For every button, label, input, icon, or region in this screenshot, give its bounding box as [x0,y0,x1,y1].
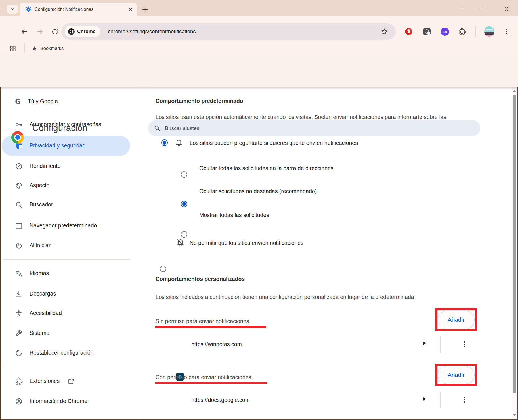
bookmarks-item[interactable]: ★ Bookmarks [32,43,64,53]
scrollbar-down-arrow[interactable] [513,414,516,416]
google-g-icon: G [15,97,21,106]
extensions-menu-button[interactable] [459,28,466,35]
bell-off-icon [176,239,185,247]
sidebar-item-restablecer[interactable]: Restablecer configuración [0,343,133,363]
url-text[interactable]: chrome://settings/content/notifications [108,23,196,40]
palette-icon [15,182,23,189]
browser-menu-button[interactable] [502,27,511,36]
close-button[interactable] [501,3,512,14]
option-label-block[interactable]: No permitir que los sitios envíen notifi… [190,239,303,247]
section-title-custom: Comportamientos personalizados [156,276,245,282]
sidebar-item-buscador[interactable]: Buscador [0,195,133,215]
site-chip-label: Chrome [77,29,95,34]
kebab-dot [506,29,507,30]
bookmarks-star-icon: ★ [32,45,37,51]
back-icon [20,28,28,35]
radio-show-all-requests[interactable] [181,231,187,238]
bookmark-star-button[interactable] [381,28,388,35]
extension-en-button[interactable]: EN [441,28,449,36]
kebab-dot [464,401,465,403]
chevron-down-icon [10,7,15,12]
settings-search[interactable] [148,120,480,136]
tab-close-icon[interactable] [128,7,133,12]
sub-option-label-show-all[interactable]: Mostrar todas las solicitudes [199,211,269,219]
kebab-dot [464,397,465,398]
sidebar-item-label: Restablecer configuración [30,350,93,356]
sidebar-item-label: Buscador [30,201,53,208]
sidebar-item-informacion-chrome[interactable]: Información de Chrome [0,391,133,411]
plus-icon [142,7,148,13]
extension-adblock-button[interactable] [405,28,413,35]
sidebar-item-al-iniciar[interactable]: Al iniciar [0,236,133,256]
sidebar-item-navegador[interactable]: Navegador predeterminado [0,216,133,236]
sidebar-item-label: Extensiones [30,378,60,385]
extension-page-corner [427,32,430,35]
sidebar-item-label: Tú y Google [28,98,58,105]
sidebar-item-extensiones[interactable]: Extensiones [0,371,133,391]
tab-search-button[interactable] [7,5,18,14]
sidebar-item-idiomas[interactable]: Idiomas [0,264,133,283]
minimize-icon [459,9,464,9]
kebab-dot [464,399,465,401]
add-blocked-site-button[interactable]: Añadir [438,311,475,329]
sidebar-item-sistema[interactable]: Sistema [0,323,133,343]
option-label-ask[interactable]: Los sitios pueden preguntarte si quieres… [190,139,358,147]
en-badge-label: EN [443,30,447,34]
sub-option-label-hide-all[interactable]: Ocultar todas las solicitudes en la barr… [199,164,334,172]
kebab-dot [464,344,465,345]
address-bar[interactable]: Chrome chrome://settings/content/notific… [61,23,396,40]
profile-avatar[interactable] [484,26,494,37]
sidebar-divider [3,366,130,366]
radio-hide-unwanted-requests[interactable] [181,201,187,207]
site-row-expand-arrow[interactable] [423,397,426,401]
sidebar-item-rendimiento[interactable]: Rendimiento [0,156,133,176]
content-card-left-edge [145,87,145,419]
sidebar-item-label: Navegador predeterminado [30,222,97,229]
tab-configuracion-notificaciones[interactable]: Configuración: Notificaciones [20,3,137,16]
sidebar-item-aspecto[interactable]: Aspecto [0,175,133,195]
puzzle-icon [15,377,23,385]
forward-button[interactable] [36,28,44,35]
reset-icon [15,349,23,357]
chrome-mono-logo-icon [68,28,75,35]
sidebar-item-label: Aspecto [30,182,49,189]
search-icon [15,201,23,209]
radio-hide-all-requests[interactable] [181,171,187,178]
page-title: Configuración [32,112,87,144]
sidebar-item-label: Accesibilidad [30,310,62,317]
translate-icon [15,270,23,277]
annotation-underline-blocked [155,326,266,328]
site-row-divider [440,392,441,408]
sidebar-item-tu-y-google[interactable]: G Tú y Google [0,91,133,111]
sidebar-item-descargas[interactable]: Descargas [0,284,133,304]
settings-header: Configuración [0,56,518,87]
kebab-dot [464,341,465,343]
radio-block-notifications[interactable] [160,266,166,272]
new-tab-button[interactable] [141,5,149,14]
site-row-menu-button[interactable] [462,340,466,348]
sidebar-item-accesibilidad[interactable]: Accesibilidad [0,303,133,323]
radio-sites-can-ask[interactable] [161,139,168,146]
annotation-box-add-blocked: Añadir [435,308,477,331]
add-allowed-site-button[interactable]: Añadir [438,366,475,384]
sub-option-label-hide-unwanted[interactable]: Ocultar solicitudes no deseadas (recomen… [199,187,317,195]
search-input[interactable] [164,125,421,132]
extension-secondary-button[interactable] [423,28,431,35]
speedometer-icon [15,162,23,170]
maximize-button[interactable] [477,3,488,14]
reload-button[interactable] [51,28,59,35]
scrollbar-thumb[interactable] [513,95,516,393]
forward-icon [36,28,44,35]
site-row-menu-button[interactable] [462,396,466,404]
site-row-expand-arrow[interactable] [423,341,426,346]
maximize-icon [481,7,485,11]
site-url-winnotas: https://winnotas.com [191,340,242,348]
kebab-dot [464,346,465,347]
site-chip[interactable]: Chrome [65,26,100,37]
scrollbar-up-arrow[interactable] [513,90,516,92]
site-row-divider [440,336,441,353]
back-button[interactable] [20,28,28,35]
minimize-button[interactable] [456,3,467,14]
search-icon [154,125,161,132]
apps-button[interactable] [10,45,18,53]
